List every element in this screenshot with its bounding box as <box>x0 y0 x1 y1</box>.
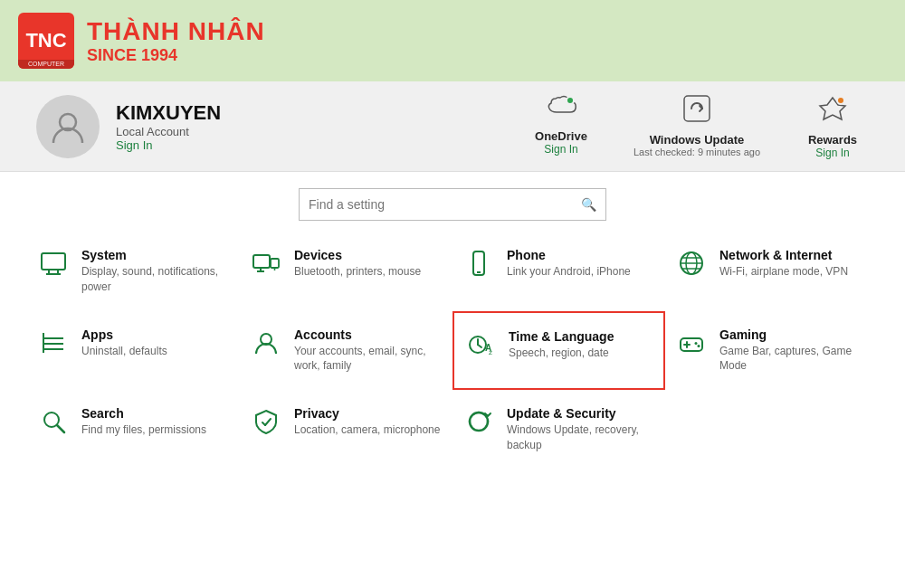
svg-point-31 <box>695 342 698 345</box>
settings-desc-system: Display, sound, notifications, power <box>81 264 229 295</box>
svg-rect-1 <box>684 96 710 121</box>
svg-rect-6 <box>253 255 270 268</box>
settings-title-search: Search <box>81 406 206 421</box>
svg-rect-7 <box>271 259 279 268</box>
user-icon <box>50 109 86 145</box>
settings-desc-phone: Link your Android, iPhone <box>507 264 631 280</box>
phone-icon <box>463 250 494 283</box>
rewards-action[interactable]: Sign In <box>815 147 849 159</box>
settings-text-devices: DevicesBluetooth, printers, mouse <box>294 248 421 280</box>
settings-item-gaming[interactable]: GamingGame Bar, captures, Game Mode <box>665 311 878 391</box>
settings-title-phone: Phone <box>507 248 631 262</box>
settings-desc-network: Wi-Fi, airplane mode, VPN <box>719 264 848 280</box>
svg-line-34 <box>57 425 64 432</box>
settings-desc-search: Find my files, permissions <box>81 422 206 438</box>
settings-item-network[interactable]: Network & InternetWi-Fi, airplane mode, … <box>665 232 878 311</box>
account-name: KIMXUYEN <box>116 101 525 125</box>
search-input[interactable] <box>309 197 581 212</box>
settings-desc-gaming: Game Bar, captures, Game Mode <box>719 344 867 375</box>
windows-update-sub: Last checked: 9 minutes ago <box>634 147 760 157</box>
settings-title-devices: Devices <box>294 248 421 262</box>
settings-title-system: System <box>81 248 229 262</box>
settings-title-privacy: Privacy <box>294 406 440 421</box>
accounts-icon <box>251 329 281 363</box>
account-signin-link[interactable]: Sign In <box>116 138 525 152</box>
settings-desc-update-security: Windows Update, recovery, backup <box>507 422 654 453</box>
settings-text-time-language: Time & LanguageSpeech, region, date <box>509 329 614 361</box>
settings-text-apps: AppsUninstall, defaults <box>81 327 167 359</box>
time-language-icon: Az <box>465 331 496 365</box>
settings-title-gaming: Gaming <box>719 327 867 342</box>
settings-desc-devices: Bluetooth, printers, mouse <box>294 264 421 280</box>
svg-line-36 <box>265 419 271 425</box>
settings-title-time-language: Time & Language <box>509 329 614 344</box>
network-icon <box>676 250 707 283</box>
computer-text: COMPUTER <box>18 60 74 69</box>
avatar <box>36 95 100 158</box>
logo-image: TNC COMPUTER <box>18 13 74 69</box>
rewards-status-dot <box>836 96 845 105</box>
search-box: 🔍 <box>299 188 606 221</box>
apps-icon <box>38 329 69 363</box>
onedrive-widget[interactable]: OneDrive Sign In <box>525 94 597 156</box>
onedrive-icon <box>546 94 576 126</box>
account-info: KIMXUYEN Local Account Sign In <box>116 101 525 152</box>
account-widgets: OneDrive Sign In Windows Update Last che… <box>525 94 869 159</box>
devices-icon <box>251 250 281 283</box>
svg-line-25 <box>478 345 481 347</box>
settings-text-gaming: GamingGame Bar, captures, Game Mode <box>719 327 867 375</box>
settings-item-update-security[interactable]: Update & SecurityWindows Update, recover… <box>452 390 665 469</box>
svg-rect-2 <box>42 253 65 270</box>
search-icon[interactable]: 🔍 <box>581 197 596 212</box>
settings-text-network: Network & InternetWi-Fi, airplane mode, … <box>719 248 848 280</box>
search-icon <box>38 408 69 441</box>
onedrive-action[interactable]: Sign In <box>544 143 577 156</box>
settings-item-accounts[interactable]: AccountsYour accounts, email, sync, work… <box>240 311 452 391</box>
brand-since: SINCE 1994 <box>87 46 265 65</box>
settings-item-phone[interactable]: PhoneLink your Android, iPhone <box>452 232 665 311</box>
logo-bar: TNC COMPUTER THÀNH NHÂN SINCE 1994 <box>0 0 905 81</box>
account-type: Local Account <box>116 125 525 138</box>
brand-text-group: THÀNH NHÂN SINCE 1994 <box>87 17 265 65</box>
system-icon <box>38 250 69 283</box>
settings-desc-apps: Uninstall, defaults <box>81 344 167 359</box>
settings-title-network: Network & Internet <box>719 248 848 262</box>
settings-text-phone: PhoneLink your Android, iPhone <box>507 248 631 280</box>
windows-update-icon <box>682 94 711 129</box>
settings-title-update-security: Update & Security <box>507 406 654 421</box>
settings-item-devices[interactable]: DevicesBluetooth, printers, mouse <box>240 232 452 311</box>
gaming-icon <box>676 329 707 363</box>
account-bar: KIMXUYEN Local Account Sign In OneDrive … <box>0 81 905 172</box>
rewards-icon <box>818 94 847 129</box>
onedrive-status-dot <box>566 96 575 105</box>
settings-item-search[interactable]: SearchFind my files, permissions <box>27 390 240 469</box>
windows-update-widget[interactable]: Windows Update Last checked: 9 minutes a… <box>634 94 760 157</box>
settings-item-system[interactable]: SystemDisplay, sound, notifications, pow… <box>27 232 240 311</box>
settings-grid: SystemDisplay, sound, notifications, pow… <box>0 232 905 469</box>
settings-text-search: SearchFind my files, permissions <box>81 406 206 438</box>
settings-text-privacy: PrivacyLocation, camera, microphone <box>294 406 440 438</box>
svg-point-10 <box>274 269 276 270</box>
settings-title-accounts: Accounts <box>294 327 442 342</box>
settings-title-apps: Apps <box>81 327 167 342</box>
svg-text:z: z <box>489 348 492 356</box>
settings-desc-time-language: Speech, region, date <box>509 346 614 361</box>
settings-text-accounts: AccountsYour accounts, email, sync, work… <box>294 327 442 375</box>
rewards-widget[interactable]: Rewards Sign In <box>796 94 869 159</box>
settings-text-system: SystemDisplay, sound, notifications, pow… <box>81 248 229 295</box>
search-section: 🔍 <box>0 172 905 232</box>
windows-update-label: Windows Update <box>650 133 745 147</box>
settings-desc-privacy: Location, camera, microphone <box>294 422 440 438</box>
update-security-icon <box>463 408 494 441</box>
settings-item-apps[interactable]: AppsUninstall, defaults <box>27 311 240 391</box>
rewards-label: Rewards <box>808 133 857 147</box>
svg-point-32 <box>698 345 700 347</box>
settings-text-update-security: Update & SecurityWindows Update, recover… <box>507 406 654 453</box>
brand-name: THÀNH NHÂN <box>87 17 265 46</box>
tnc-text: TNC <box>25 30 66 52</box>
settings-desc-accounts: Your accounts, email, sync, work, family <box>294 344 442 375</box>
privacy-icon <box>251 408 281 441</box>
settings-item-time-language[interactable]: AzTime & LanguageSpeech, region, date <box>452 311 665 391</box>
settings-item-privacy[interactable]: PrivacyLocation, camera, microphone <box>240 390 452 469</box>
onedrive-label: OneDrive <box>535 129 587 143</box>
